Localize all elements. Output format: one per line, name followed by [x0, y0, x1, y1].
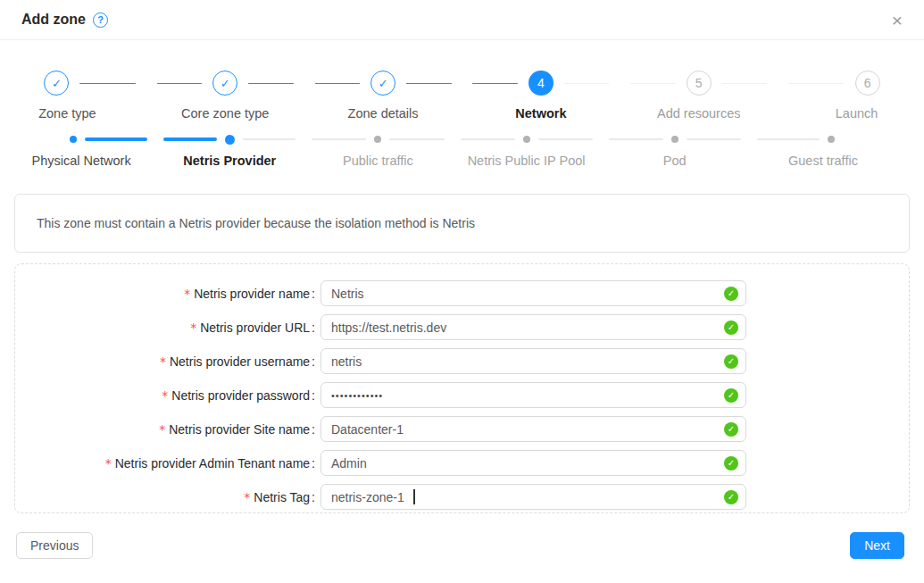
field-label: Netris provider name [194, 287, 310, 301]
form-row-netris-provider-username: *Netris provider username: ✓ [15, 348, 909, 374]
form-row-netris-provider-site-name: *Netris provider Site name: ✓ [15, 416, 909, 442]
netris-provider-url-input[interactable] [320, 314, 746, 340]
substep-label: Public traffic [304, 154, 452, 168]
network-substepper: Physical Network Netris Provider Public … [7, 134, 897, 168]
substep-label: Pod [601, 154, 749, 168]
step-number: 6 [855, 71, 880, 96]
step-label: Core zone type [146, 106, 304, 121]
step-label: Add resources [620, 106, 778, 121]
dialog-header: Add zone ? × [0, 0, 924, 40]
step-check-icon: ✓ [370, 71, 395, 96]
substep-pod: Pod [601, 134, 749, 168]
netris-provider-password-input[interactable] [320, 382, 746, 408]
step-check-icon: ✓ [44, 71, 69, 96]
substep-public-traffic: Public traffic [304, 134, 452, 168]
next-button[interactable]: Next [850, 532, 904, 559]
form-row-netris-provider-password: *Netris provider password: ✓ [15, 382, 909, 408]
required-mark: * [160, 354, 166, 369]
isolation-method-notice: This zone must contain a Netris provider… [14, 194, 910, 253]
required-mark: * [159, 422, 165, 437]
netris-provider-site-name-input[interactable] [320, 416, 746, 442]
required-mark: * [190, 321, 196, 335]
field-label: Netris provider Admin Tenant name [115, 456, 310, 471]
step-core-zone-type: ✓ Core zone type [146, 71, 304, 121]
step-label: Zone details [304, 106, 462, 121]
required-mark: * [162, 388, 168, 403]
step-zone-type: ✓ Zone type [0, 71, 146, 121]
substep-netris-public-ip-pool: Netris Public IP Pool [453, 134, 601, 168]
netris-provider-admin-tenant-name-input[interactable] [320, 450, 746, 476]
step-check-icon: ✓ [212, 71, 237, 96]
form-row-netris-provider-url: *Netris provider URL: ✓ [15, 314, 909, 340]
required-mark: * [184, 287, 190, 301]
substep-dot [374, 136, 381, 143]
substep-dot [70, 136, 77, 143]
substep-label: Netris Public IP Pool [453, 154, 601, 168]
substep-netris-provider: Netris Provider [155, 134, 304, 168]
field-label: Netris provider URL [200, 321, 310, 335]
required-mark: * [105, 456, 112, 471]
valid-check-icon: ✓ [724, 456, 738, 471]
text-caret [413, 489, 415, 504]
step-zone-details: ✓ Zone details [304, 71, 462, 121]
field-label: Netris provider Site name [169, 422, 310, 437]
substep-dot [828, 136, 835, 143]
netris-tag-input[interactable] [320, 484, 746, 510]
form-row-netris-provider-name: *Netris provider name: ✓ [15, 280, 909, 306]
form-row-netris-tag: *Netris Tag: ✓ [15, 484, 909, 510]
valid-check-icon: ✓ [724, 388, 738, 403]
valid-check-icon: ✓ [724, 422, 738, 437]
substep-dot [523, 136, 530, 143]
wizard-stepper: ✓ Zone type ✓ Core zone type ✓ Zone deta… [0, 71, 924, 121]
field-label: Netris provider username [170, 354, 310, 369]
step-add-resources: 5 Add resources [620, 71, 778, 121]
substep-dot [225, 135, 235, 145]
previous-button[interactable]: Previous [16, 532, 93, 559]
substep-label: Guest traffic [749, 154, 897, 168]
step-number: 5 [687, 71, 712, 96]
substep-label: Netris Provider [155, 154, 304, 168]
step-label: Zone type [0, 106, 146, 121]
substep-guest-traffic: Guest traffic [749, 134, 897, 168]
substep-label: Physical Network [7, 154, 155, 168]
step-label: Network [462, 106, 620, 121]
field-label: Netris Tag [254, 490, 310, 504]
netris-provider-form: *Netris provider name: ✓ *Netris provide… [14, 263, 910, 513]
close-icon[interactable]: × [892, 11, 903, 29]
dialog-title: Add zone [21, 12, 86, 28]
step-number: 4 [529, 71, 554, 96]
field-label: Netris provider password [171, 388, 310, 403]
valid-check-icon: ✓ [724, 354, 738, 369]
required-mark: * [244, 490, 250, 504]
dialog-footer: Previous Next [16, 532, 904, 559]
substep-dot [671, 136, 678, 143]
step-network: 4 Network [462, 71, 620, 121]
step-label: Launch [778, 106, 924, 121]
netris-provider-name-input[interactable] [320, 280, 746, 306]
step-launch: 6 Launch [778, 71, 924, 121]
valid-check-icon: ✓ [724, 321, 738, 335]
netris-provider-username-input[interactable] [320, 348, 746, 374]
valid-check-icon: ✓ [724, 490, 738, 504]
valid-check-icon: ✓ [724, 287, 738, 301]
help-icon[interactable]: ? [93, 12, 108, 28]
substep-physical-network: Physical Network [7, 134, 155, 168]
form-row-netris-provider-admin-tenant-name: *Netris provider Admin Tenant name: ✓ [15, 450, 909, 476]
notice-text: This zone must contain a Netris provider… [37, 216, 475, 230]
